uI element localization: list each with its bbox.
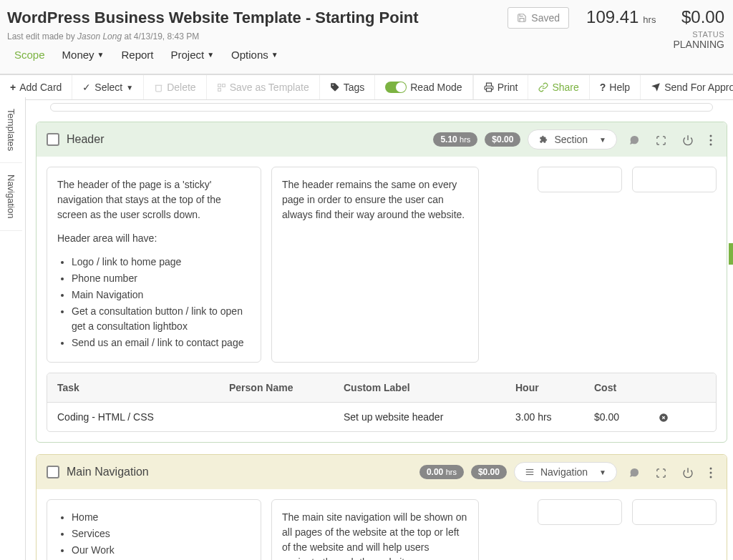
- col-person: Person Name: [229, 382, 344, 393]
- collapsed-card[interactable]: [50, 103, 713, 112]
- select-button[interactable]: ✓Select ▼: [72, 75, 144, 99]
- description-box-1[interactable]: Home Services Our Work Company Staff Con…: [47, 499, 261, 560]
- power-icon[interactable]: [678, 466, 698, 478]
- tab-report[interactable]: Report: [121, 49, 153, 61]
- help-button[interactable]: ?Help: [590, 75, 641, 99]
- scroll-indicator[interactable]: [729, 243, 733, 265]
- send-approval-label: Send For Approval: [664, 82, 733, 93]
- card-header: Header 5.10 hrs $0.00 Section ▼ The head…: [36, 122, 727, 443]
- last-edit-user: Jason Long: [77, 31, 122, 41]
- card-header-bar: Header 5.10 hrs $0.00 Section ▼: [37, 122, 727, 157]
- list-item: Logo / link to home page: [72, 255, 251, 270]
- save-template-label: Save as Template: [230, 82, 309, 93]
- remove-row-button[interactable]: [659, 411, 680, 423]
- help-label: Help: [609, 82, 630, 93]
- tab-money[interactable]: Money ▼: [62, 49, 105, 61]
- last-edit-time: at 4/13/19, 8:43 PM: [122, 31, 199, 41]
- print-button[interactable]: Print: [474, 75, 529, 99]
- svg-point-12: [710, 468, 712, 470]
- card-title: Header: [67, 133, 104, 146]
- svg-point-13: [710, 472, 712, 474]
- last-edit-prefix: Last edit made by: [7, 31, 77, 41]
- page-header: WordPress Business Website Template - St…: [0, 0, 733, 74]
- col-label: Custom Label: [344, 382, 515, 393]
- svg-rect-0: [218, 84, 220, 87]
- hours-pill: 5.10 hrs: [433, 132, 477, 147]
- more-icon[interactable]: [705, 133, 717, 146]
- save-template-button[interactable]: Save as Template: [207, 75, 320, 99]
- power-icon[interactable]: [678, 133, 698, 146]
- description-box-1[interactable]: The header of the page is a 'sticky' nav…: [47, 167, 261, 363]
- section-label: Section: [554, 134, 588, 145]
- empty-slot[interactable]: [538, 499, 622, 525]
- plus-icon: +: [10, 82, 16, 93]
- card-header-bar: Main Navigation 0.00 hrs $0.00 Navigatio…: [37, 455, 727, 489]
- card-checkbox[interactable]: [47, 133, 59, 146]
- table-row[interactable]: Coding - HTML / CSS Set up website heade…: [47, 403, 716, 431]
- svg-rect-2: [218, 88, 220, 91]
- list-icon: [525, 467, 535, 477]
- svg-point-6: [710, 139, 712, 142]
- card-hours: 5.10: [440, 134, 457, 144]
- delete-button[interactable]: Delete: [144, 75, 206, 99]
- send-approval-button[interactable]: Send For Approval: [641, 75, 733, 99]
- share-label: Share: [552, 82, 578, 93]
- read-mode-toggle[interactable]: Read Mode: [375, 75, 472, 99]
- list-item: Get a consultation button / link to open…: [72, 304, 251, 334]
- status-value: PLANNING: [673, 39, 724, 50]
- empty-slot[interactable]: [538, 167, 622, 192]
- tags-button[interactable]: Tags: [320, 75, 376, 99]
- cell-task: Coding - HTML / CSS: [57, 411, 229, 423]
- cost-value: $0.00: [673, 7, 724, 27]
- comment-icon[interactable]: [624, 466, 644, 478]
- tab-options[interactable]: Options ▼: [231, 49, 278, 61]
- card-hours-unit: hrs: [446, 468, 457, 476]
- list-item: Main Navigation: [72, 288, 251, 303]
- list-item: Send us an email / link to contact page: [72, 335, 251, 350]
- cost-pill: $0.00: [471, 465, 507, 479]
- col-hour: Hour: [515, 382, 594, 393]
- caret-down-icon: ▼: [271, 51, 278, 59]
- card-hours: 0.00: [427, 467, 443, 477]
- cell-hour: 3.00 hrs: [515, 411, 594, 423]
- saved-button[interactable]: Saved: [508, 7, 569, 29]
- add-card-button[interactable]: +Add Card: [0, 75, 72, 99]
- caret-down-icon: ▼: [599, 468, 606, 476]
- cell-label: Set up website header: [344, 411, 515, 423]
- section-dropdown[interactable]: Section ▼: [528, 129, 617, 149]
- trash-icon: [154, 83, 163, 92]
- description-box-2[interactable]: The main site navigation will be shown o…: [271, 499, 479, 560]
- card-navigation: Main Navigation 0.00 hrs $0.00 Navigatio…: [36, 454, 727, 560]
- side-tab-templates[interactable]: Templates: [0, 97, 22, 163]
- section-label: Navigation: [540, 466, 588, 478]
- svg-point-14: [710, 476, 712, 478]
- cell-cost: $0.00: [594, 411, 659, 423]
- hours-value: 109.41: [586, 7, 639, 26]
- expand-icon[interactable]: [651, 133, 671, 146]
- col-cost: Cost: [594, 382, 659, 393]
- list-item: Home: [72, 510, 251, 525]
- section-dropdown[interactable]: Navigation ▼: [514, 462, 617, 482]
- print-label: Print: [497, 82, 518, 93]
- expand-icon[interactable]: [651, 466, 671, 479]
- side-tabs: Templates Navigation: [0, 97, 26, 560]
- more-icon[interactable]: [705, 466, 717, 478]
- card-checkbox[interactable]: [47, 466, 59, 478]
- read-mode-label: Read Mode: [410, 82, 462, 93]
- empty-slot[interactable]: [632, 499, 717, 525]
- tab-scope[interactable]: Scope: [14, 49, 45, 61]
- col-task: Task: [57, 382, 229, 393]
- hours-unit: hrs: [643, 14, 656, 25]
- empty-slot[interactable]: [632, 167, 717, 192]
- tab-money-label: Money: [62, 49, 94, 61]
- share-button[interactable]: Share: [528, 75, 589, 99]
- hours-pill: 0.00 hrs: [419, 465, 464, 479]
- tab-project[interactable]: Project ▼: [171, 49, 215, 61]
- description-box-2[interactable]: The header remains the same on every pag…: [271, 167, 479, 363]
- comment-icon[interactable]: [624, 133, 644, 146]
- caret-down-icon: ▼: [126, 84, 133, 92]
- svg-point-7: [710, 144, 712, 146]
- side-tab-navigation[interactable]: Navigation: [0, 163, 22, 230]
- puzzle-icon: [538, 134, 548, 144]
- print-icon: [484, 82, 494, 92]
